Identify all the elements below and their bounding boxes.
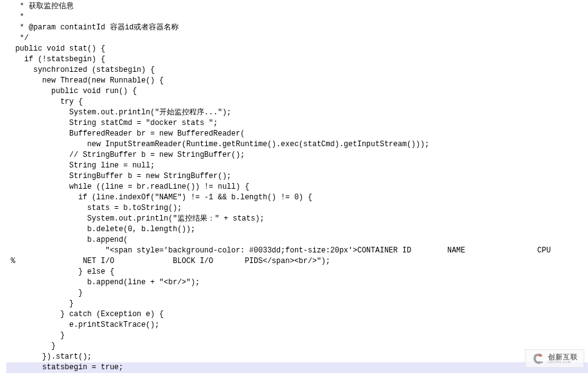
code-line: * — [6, 12, 588, 22]
code-line: } — [6, 341, 588, 352]
svg-point-0 — [534, 354, 536, 356]
code-line: b.append( — [6, 235, 588, 246]
code-line: } — [6, 331, 588, 341]
code-line: "<span style='background-color: #0033dd;… — [6, 246, 588, 256]
svg-point-1 — [541, 361, 543, 363]
code-line: if (!statsbegin) { — [6, 54, 588, 65]
code-line: % NET I/O BLOCK I/O PIDS</span><br/>"); — [6, 256, 588, 267]
watermark: 创新互联 CDCXHL.COM — [525, 349, 584, 368]
code-line: new InputStreamReader(Runtime.getRuntime… — [6, 139, 588, 150]
code-line: } — [6, 288, 588, 299]
code-line: while ((line = br.readLine()) != null) { — [6, 182, 588, 192]
watermark-logo-icon — [532, 352, 546, 366]
code-line: synchronized (statsbegin) { — [6, 65, 588, 76]
code-line: if (line.indexOf("NAME") != -1 && b.leng… — [6, 192, 588, 203]
code-line: BufferedReader br = new BufferedReader( — [6, 129, 588, 139]
code-line: * 获取监控信息 — [6, 1, 588, 12]
code-line: } else { — [6, 267, 588, 277]
watermark-en: CDCXHL.COM — [548, 361, 578, 364]
code-line: }).start(); — [6, 352, 588, 362]
code-block: * 获取监控信息 * * @param containtId 容器id或者容器名… — [0, 0, 588, 373]
code-line: // StringBuffer b = new StringBuffer(); — [6, 150, 588, 161]
code-line: System.out.println("开始监控程序..."); — [6, 107, 588, 118]
code-line: statsbegin = true; — [6, 362, 588, 373]
code-line: new Thread(new Runnable() { — [6, 76, 588, 86]
code-line: } — [6, 299, 588, 309]
code-line: try { — [6, 97, 588, 107]
code-line: String line = null; — [6, 161, 588, 171]
watermark-text: 创新互联 CDCXHL.COM — [548, 354, 578, 364]
code-line: StringBuffer b = new StringBuffer(); — [6, 171, 588, 182]
code-line: } catch (Exception e) { — [6, 309, 588, 320]
code-line: public void run() { — [6, 86, 588, 97]
code-line: * @param containtId 容器id或者容器名称 — [6, 22, 588, 33]
code-line: stats = b.toString(); — [6, 203, 588, 214]
code-line: String statCmd = "docker stats "; — [6, 118, 588, 129]
code-line: System.out.println("监控结果：" + stats); — [6, 214, 588, 224]
code-line: public void stat() { — [6, 44, 588, 54]
code-line: e.printStackTrace(); — [6, 320, 588, 331]
code-line: b.delete(0, b.length()); — [6, 224, 588, 235]
code-line: b.append(line + "<br/>"); — [6, 277, 588, 288]
code-line: */ — [6, 33, 588, 44]
